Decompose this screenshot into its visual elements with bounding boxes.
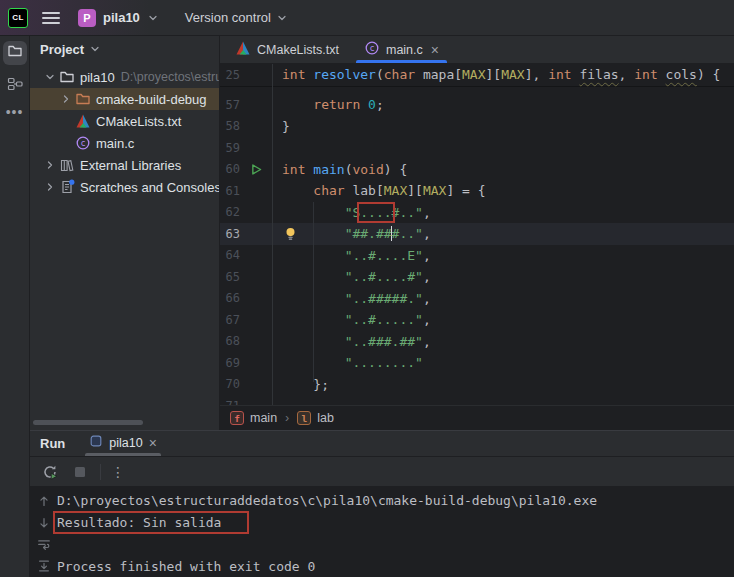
svg-text:c: c [369,43,374,53]
horizontal-scrollbar[interactable] [33,420,143,425]
breadcrumb-main[interactable]: f main [230,411,277,425]
code-token: , [423,269,431,284]
more-tools-button[interactable]: ••• [6,107,24,117]
code-token: char [384,67,415,82]
breadcrumb-separator: › [285,411,289,425]
code-line-64[interactable]: 64 "..#....E", [220,245,734,267]
version-control-label: Version control [185,10,271,25]
arrow-up-icon[interactable] [30,490,57,512]
rerun-button[interactable] [40,462,60,482]
function-icon: f [230,411,244,425]
project-panel-header[interactable]: Project [30,36,219,62]
chevron-down-icon [147,12,159,24]
code-line-65[interactable]: 65 "..#....#", [220,266,734,288]
hamburger-menu-icon[interactable] [42,11,60,25]
version-control-menu[interactable]: Version control [185,10,288,25]
code-line-68[interactable]: 68 "..###.##", [220,331,734,353]
code-token [360,97,368,112]
code-line-70[interactable]: 70 }; [220,374,734,396]
breadcrumbs: f main › l lab [220,405,734,430]
code-text: "........" [272,355,423,370]
cmake-icon [74,113,92,129]
chevron-right-icon[interactable] [42,181,58,193]
tree-item-label: External Libraries [80,158,181,173]
code-line-63[interactable]: 63 "##.###..", [220,223,734,245]
code-area[interactable]: 57 return 0;58}5960int main(void) {61 ch… [220,87,734,405]
console-line: Process finished with exit code 0 [57,556,597,577]
clion-logo: CL [8,8,28,28]
tab-cmakelists[interactable]: CMakeLists.txt [225,36,349,63]
structure-tool-button[interactable] [3,74,27,98]
chevron-right-icon[interactable] [58,93,74,105]
code-line-62[interactable]: 62 "S....#..", [220,202,734,224]
run-gutter-icon[interactable] [240,163,272,176]
code-token: MAX [384,183,407,198]
code-token: char [313,183,344,198]
line-number: 66 [220,291,240,305]
project-name: pila10 [103,10,140,25]
code-token: void [352,162,383,177]
structure-icon [7,76,23,96]
tree-item-label: Scratches and Consoles [80,180,219,195]
console-output: D:\proyectos\estructuraddedatos\c\pila10… [57,487,597,577]
project-panel-title: Project [40,42,84,57]
project-selector[interactable]: P pila10 [78,9,159,27]
code-line-71[interactable]: 71 [220,395,734,405]
close-tab-icon[interactable]: × [431,42,439,58]
sticky-line[interactable]: 25int resolver(char mapa[MAX][MAX], int … [220,64,734,87]
code-token: #.." [392,205,423,220]
code-text: } [272,119,290,134]
code-token: ) { [384,162,407,177]
tree-item-main-c[interactable]: cmain.c [30,132,219,154]
console[interactable]: D:\proyectos\estructuraddedatos\c\pila10… [30,487,734,577]
tree-item-cmake-build-debug[interactable]: cmake-build-debug [30,88,219,110]
scroll-end-icon[interactable] [30,555,57,577]
code-token: ][ [407,183,423,198]
chevron-right-icon[interactable] [42,159,58,171]
code-token: "##.## [345,226,392,241]
more-options-icon[interactable]: ⋮ [111,464,125,480]
code-line-69[interactable]: 69 "........" [220,352,734,374]
close-tab-icon[interactable]: × [149,435,157,451]
project-tree: pila10D:\proyectos\estructcmake-build-de… [30,62,219,198]
tree-item-label: pila10 [80,70,115,85]
chevron-down-icon [89,43,101,55]
tree-item-cmakelists-txt[interactable]: CMakeLists.txt [30,110,219,132]
line-number: 25 [220,68,240,82]
code-text: int resolver(char mapa[MAX][MAX], int fi… [272,67,720,82]
code-line-61[interactable]: 61 char lab[MAX][MAX] = { [220,180,734,202]
line-number: 61 [220,184,240,198]
tree-item-path-hint: D:\proyectos\estruct [121,70,219,84]
soft-wrap-icon[interactable] [30,534,57,556]
stop-button[interactable] [70,462,90,482]
code-line-60[interactable]: 60int main(void) { [220,159,734,181]
line-number: 62 [220,205,240,219]
console-gutter [30,487,57,577]
code-token: ] = { [446,183,485,198]
run-tab-pila10[interactable]: pila10 × [85,434,161,456]
code-line-57[interactable]: 57 return 0; [220,94,734,116]
sticky-code-line[interactable]: 25int resolver(char mapa[MAX][MAX], int … [220,64,734,86]
code-token: resolver [313,67,376,82]
project-tool-button[interactable] [3,41,27,65]
chevron-down-icon[interactable] [42,71,58,83]
arrow-down-icon[interactable] [30,512,57,534]
chevron-down-icon [276,12,288,24]
code-token: , [423,312,431,327]
code-token: "..#....#" [345,269,423,284]
tree-item-scratches-and-consoles[interactable]: Scratches and Consoles [30,176,219,198]
breadcrumb-lab[interactable]: l lab [297,411,334,425]
code-line-66[interactable]: 66 "..#####.", [220,288,734,310]
intention-bulb-icon[interactable] [283,226,298,241]
tree-item-label: main.c [96,136,134,151]
code-token: ( [376,67,384,82]
code-token [282,183,313,198]
code-token: ], [525,67,548,82]
code-line-67[interactable]: 67 "..#.....", [220,309,734,331]
code-line-58[interactable]: 58} [220,116,734,138]
code-line-59[interactable]: 59 [220,137,734,159]
tree-item-external-libraries[interactable]: External Libraries [30,154,219,176]
code-text: char lab[MAX][MAX] = { [272,183,486,198]
tab-main-c[interactable]: c main.c × [354,36,449,63]
tree-item-pila10[interactable]: pila10D:\proyectos\estruct [30,66,219,88]
